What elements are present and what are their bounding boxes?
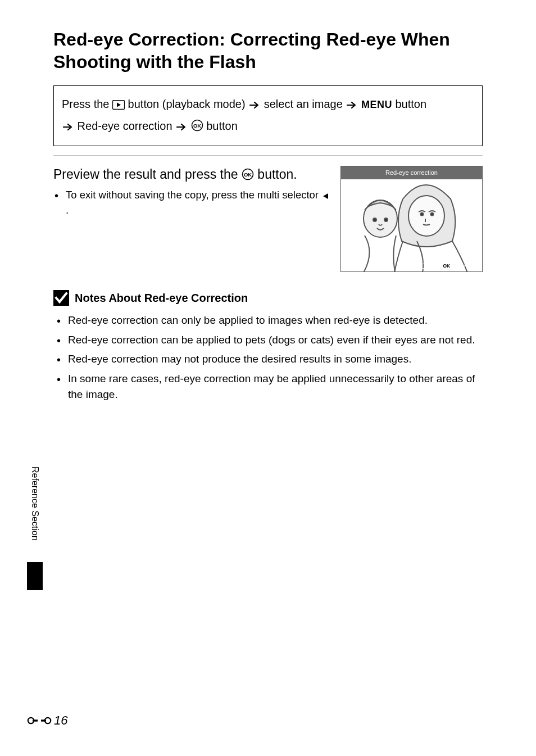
- save-label: Save: [452, 263, 465, 269]
- exit-icon: [343, 259, 352, 269]
- list-item: To exit without saving the copy, press t…: [66, 188, 330, 218]
- back-label: Back: [428, 263, 440, 269]
- ok-badge: OK: [442, 263, 451, 269]
- svg-text:OK: OK: [244, 171, 252, 178]
- list-item: Red-eye correction can only be applied t…: [68, 313, 483, 329]
- list-item: In some rare cases, red-eye correction m…: [68, 371, 483, 403]
- camera-screen-preview: Red-eye correction: [340, 166, 483, 272]
- menu-button-label: MENU: [361, 99, 392, 110]
- list-item-text: To exit without saving the copy, press t…: [66, 189, 321, 201]
- list-item: Red-eye correction can be applied to pet…: [68, 332, 483, 348]
- nav-text: select an image: [264, 98, 346, 110]
- svg-point-9: [408, 196, 444, 236]
- screen-buttons: Back OK Save: [420, 263, 465, 269]
- notes-heading: Notes About Red-eye Correction: [75, 292, 248, 305]
- nav-text: Press the: [62, 98, 109, 110]
- nav-text: button: [396, 98, 427, 110]
- save-pill: OK Save: [442, 263, 465, 269]
- nav-text: button: [206, 120, 238, 132]
- page-footer: 16: [27, 713, 67, 728]
- back-pill: Back: [420, 263, 440, 269]
- instruction-list: To exit without saving the copy, press t…: [53, 188, 330, 218]
- heading-text: button.: [254, 167, 297, 182]
- page-number: 16: [54, 713, 67, 728]
- link-segments-icon: [27, 713, 52, 728]
- arrow-right-icon: [347, 95, 357, 116]
- section-tab-label: Reference Section: [30, 467, 40, 541]
- screen-body: Back OK Save: [341, 179, 482, 271]
- navigation-path-box: Press the button (playback mode) select …: [53, 85, 483, 146]
- svg-text:OK: OK: [193, 123, 201, 129]
- instruction-heading: Preview the result and press the OK butt…: [53, 166, 330, 183]
- notes-list: Red-eye correction can only be applied t…: [53, 313, 483, 403]
- svg-point-8: [384, 218, 388, 221]
- list-item: Red-eye correction may not produce the d…: [68, 351, 483, 368]
- ok-button-icon: OK: [191, 119, 203, 132]
- heading-text: Preview the result and press the: [53, 167, 242, 182]
- notes-section: Notes About Red-eye Correction Red-eye c…: [53, 290, 483, 403]
- svg-rect-17: [38, 718, 41, 723]
- divider: [53, 155, 483, 156]
- section-tab: Reference Section: [27, 461, 43, 590]
- screen-title-bar: Red-eye correction: [341, 166, 482, 179]
- warning-check-icon: [53, 290, 69, 306]
- page-title: Red-eye Correction: Correcting Red-eye W…: [53, 28, 483, 73]
- playback-icon: [112, 100, 125, 110]
- arrow-right-icon: [63, 117, 73, 138]
- nav-text: Red-eye correction: [78, 120, 176, 132]
- ok-button-icon: OK: [242, 168, 254, 180]
- list-item-text: .: [66, 204, 69, 216]
- svg-point-7: [373, 218, 376, 221]
- arrow-right-icon: [176, 117, 187, 138]
- arrow-right-icon: [249, 95, 260, 116]
- left-triangle-icon: [321, 192, 329, 200]
- nav-text: button (playback mode): [128, 98, 249, 110]
- svg-point-10: [421, 213, 424, 216]
- svg-point-11: [431, 213, 434, 216]
